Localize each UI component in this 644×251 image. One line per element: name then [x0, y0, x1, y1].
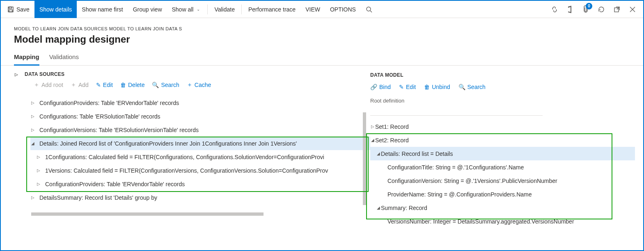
tree-row[interactable]: ▷Set1: Record: [370, 120, 635, 133]
data-model-panel: DATA MODEL 🔗Bind ✎Edit 🗑Unbind 🔍Search R…: [370, 66, 643, 245]
options-button[interactable]: OPTIONS: [325, 1, 361, 18]
tree-row[interactable]: ▷ConfigurationProviders: Table 'ERVendor…: [30, 177, 370, 191]
tree-row[interactable]: ConfigurationVersion: String = @.'1Versi…: [370, 174, 635, 187]
search-button[interactable]: 🔍Search: [152, 82, 179, 88]
tree-row-details[interactable]: ◢Details: Record list = Details: [370, 147, 635, 160]
show-details-label: Show details: [39, 6, 72, 13]
save-button[interactable]: Save: [2, 1, 34, 18]
chevron-right-icon: ▷: [14, 72, 19, 77]
pencil-icon: ✎: [399, 84, 404, 90]
scrollbar-thumb[interactable]: [31, 212, 264, 216]
tree-label: Details: Record list = Details: [381, 151, 453, 157]
tree-row[interactable]: ▷ConfigurationProviders: Table 'ERVendor…: [30, 96, 370, 110]
tree-row[interactable]: ProviderName: String = @.ConfigurationPr…: [370, 187, 635, 201]
tree-label: 1Configurations: Calculated field = FILT…: [45, 154, 324, 160]
search-toolbar-button[interactable]: [361, 1, 377, 18]
show-all-button[interactable]: Show all⌄: [167, 1, 206, 18]
page-title: Model mapping designer: [14, 34, 643, 45]
chevron-right-icon: ▷: [36, 168, 41, 173]
popout-icon[interactable]: [613, 5, 621, 14]
tab-mapping[interactable]: Mapping: [14, 53, 39, 66]
tree-row[interactable]: ◢Set2: Record: [370, 133, 635, 147]
tree-row[interactable]: ▷Configurations: Table 'ERSolutionTable'…: [30, 110, 370, 123]
show-all-label: Show all: [172, 6, 194, 13]
chevron-right-icon: ▷: [30, 128, 35, 132]
chevron-right-icon: ▷: [36, 155, 41, 159]
chevron-right-icon: ▷: [30, 195, 35, 200]
delete-button[interactable]: 🗑Delete: [120, 82, 144, 88]
tree-label: Details: Joined Record list of 'Configur…: [39, 140, 297, 147]
add-button[interactable]: ＋Add: [71, 81, 89, 89]
svg-line-4: [370, 11, 372, 12]
close-icon[interactable]: [628, 5, 637, 14]
chevron-right-icon: ▷: [370, 124, 375, 129]
search-label: Search: [468, 84, 486, 90]
group-view-button[interactable]: Group view: [128, 1, 167, 18]
tree-row[interactable]: ▷1Configurations: Calculated field = FIL…: [30, 150, 370, 164]
plus-icon: ＋: [34, 81, 39, 89]
tree-row-details[interactable]: ◢Details: Joined Record list of 'Configu…: [30, 137, 370, 150]
performance-trace-button[interactable]: Performance trace: [243, 1, 300, 18]
chevron-right-icon: ▷: [30, 114, 35, 119]
tree-row[interactable]: ▷ConfigurationVersions: Table 'ERSolutio…: [30, 123, 370, 137]
tree-label: VersionsNumber: Integer = DetailsSummary…: [387, 218, 574, 225]
toolbar-separator: [241, 5, 242, 14]
tree-label: 1Versions: Calculated field = FILTER(Con…: [45, 167, 328, 174]
tree-label: ConfigurationTitle: String = @.'1Configu…: [387, 164, 524, 171]
tree-row[interactable]: ◢Summary: Record: [370, 201, 635, 214]
cache-button[interactable]: ＋Cache: [187, 81, 211, 89]
attachments-button[interactable]: 0: [582, 5, 590, 14]
data-model-title: DATA MODEL: [370, 67, 635, 84]
view-button[interactable]: VIEW: [300, 1, 325, 18]
blank-icon: [383, 192, 387, 196]
tree-row[interactable]: ▷1Versions: Calculated field = FILTER(Co…: [30, 164, 370, 177]
perf-trace-label: Performance trace: [248, 6, 296, 13]
scrollbar-horizontal[interactable]: [31, 212, 355, 217]
divider: [370, 115, 543, 116]
data-sources-actions: ＋Add root ＋Add ✎Edit 🗑Delete 🔍Search ＋Ca…: [14, 81, 370, 96]
search-icon: 🔍: [152, 82, 159, 88]
tree-label: Set2: Record: [375, 137, 409, 144]
bind-button[interactable]: 🔗Bind: [370, 84, 391, 90]
add-root-button[interactable]: ＋Add root: [34, 81, 63, 89]
add-root-label: Add root: [41, 82, 63, 88]
edit-label: Edit: [103, 82, 113, 88]
edit-button[interactable]: ✎Edit: [96, 82, 113, 88]
unbind-button[interactable]: 🗑Unbind: [424, 84, 450, 90]
validate-button[interactable]: Validate: [209, 1, 240, 18]
breadcrumb: MODEL TO LEARN JOIN DATA SOURCES MODEL T…: [14, 26, 643, 31]
tree-row[interactable]: ▷DetailsSummary: Record list 'Details' g…: [30, 191, 370, 204]
root-definition-label: Root definition: [370, 98, 635, 108]
chevron-down-icon: ⌄: [196, 7, 201, 11]
edit-button[interactable]: ✎Edit: [399, 84, 416, 90]
tree-row[interactable]: VersionsNumber: Integer = DetailsSummary…: [370, 214, 635, 228]
tree-label: ConfigurationVersion: String = @.'1Versi…: [387, 178, 557, 184]
blank-icon: [383, 219, 387, 224]
options-label: OPTIONS: [330, 6, 356, 13]
tree-row[interactable]: ConfigurationTitle: String = @.'1Configu…: [370, 160, 635, 174]
tree-label: ConfigurationProviders: Table 'ERVendorT…: [39, 100, 179, 106]
data-sources-header[interactable]: ▷ DATA SOURCES: [14, 66, 370, 81]
blank-icon: [383, 165, 387, 169]
search-label: Search: [161, 82, 179, 88]
office-icon[interactable]: [566, 5, 574, 14]
svg-rect-2: [9, 10, 12, 12]
show-name-first-button[interactable]: Show name first: [77, 1, 128, 18]
tab-validations[interactable]: Validations: [49, 53, 79, 65]
tree-label: Configurations: Table 'ERSolutionTable' …: [39, 113, 160, 120]
data-sources-title: DATA SOURCES: [25, 71, 64, 77]
group-view-label: Group view: [133, 6, 162, 13]
chevron-down-icon: ◢: [370, 138, 375, 142]
show-details-button[interactable]: Show details: [34, 1, 77, 18]
blank-icon: [383, 178, 387, 183]
trash-icon: 🗑: [424, 84, 430, 90]
chevron-right-icon: ▷: [30, 100, 35, 105]
chevron-down-icon: ◢: [376, 205, 381, 210]
link-icon[interactable]: [550, 5, 559, 14]
chevron-down-icon: ◢: [376, 151, 381, 156]
search-button[interactable]: 🔍Search: [458, 84, 486, 90]
scrollbar-vertical[interactable]: [363, 112, 366, 205]
toolbar-separator: [207, 5, 208, 14]
attachments-badge: 0: [586, 3, 592, 9]
refresh-icon[interactable]: [597, 5, 605, 14]
